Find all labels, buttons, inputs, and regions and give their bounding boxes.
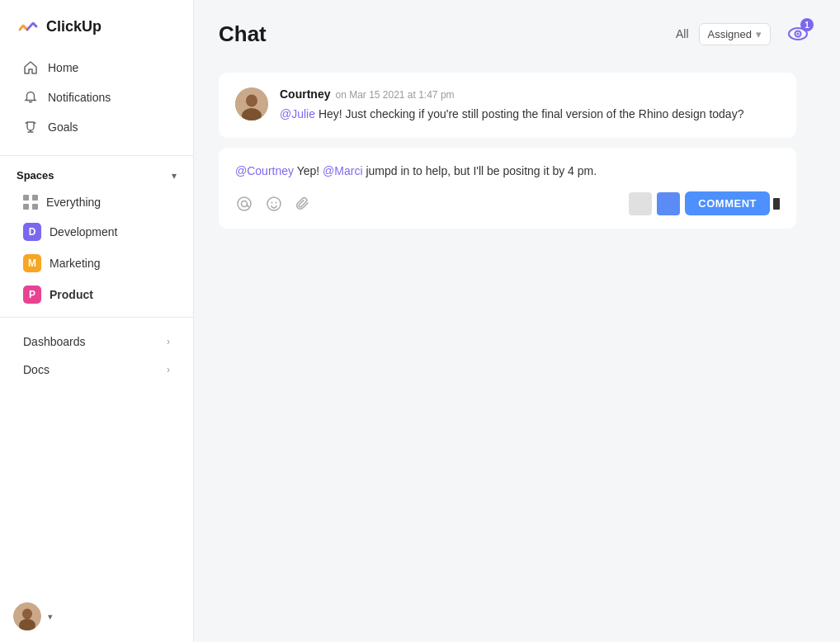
dashboards-left: Dashboards: [23, 335, 86, 348]
mention-julie: @Julie: [280, 107, 315, 120]
sidebar-item-development-label: Development: [50, 225, 118, 238]
action-square-blue[interactable]: [657, 192, 680, 215]
main-nav: Home Notifications Goals: [0, 50, 193, 149]
sidebar-item-everything-label: Everything: [46, 196, 101, 209]
reply-actions: COMMENT: [629, 191, 780, 215]
comment-button[interactable]: COMMENT: [685, 191, 770, 215]
clickup-logo-icon: [17, 15, 40, 38]
sidebar-item-dashboards-label: Dashboards: [23, 335, 86, 348]
main-content: Chat All Assigned ▾ 1: [194, 0, 840, 642]
sidebar-item-everything[interactable]: Everything: [7, 188, 186, 216]
reply-toolbar: COMMENT: [235, 191, 780, 215]
dashboards-chevron-icon: ›: [167, 336, 170, 347]
filter-assigned-chevron-icon: ▾: [756, 28, 762, 40]
sidebar-item-dashboards[interactable]: Dashboards ›: [7, 328, 186, 356]
svg-point-9: [238, 197, 251, 210]
user-avatar[interactable]: [13, 602, 41, 630]
reply-text-1: Yep!: [294, 164, 323, 177]
watch-badge-count: 1: [800, 18, 814, 31]
filter-assigned-label: Assigned: [708, 28, 752, 40]
sidebar-item-product-label: Product: [50, 288, 93, 301]
chat-area: Courtney on Mar 15 2021 at 1:47 pm @Juli…: [194, 64, 840, 642]
sidebar-item-marketing-label: Marketing: [50, 257, 100, 270]
mention-courtney: @Courtney: [235, 164, 294, 177]
product-badge: P: [23, 286, 41, 304]
home-icon: [23, 60, 38, 75]
filter-assigned-button[interactable]: Assigned ▾: [699, 23, 771, 45]
page-title: Chat: [219, 21, 659, 47]
sidebar-item-notifications[interactable]: Notifications: [7, 83, 186, 112]
cursor-indicator: [773, 198, 780, 210]
sidebar-item-product[interactable]: P Product: [7, 279, 186, 310]
spaces-chevron-icon: ▾: [172, 170, 177, 182]
action-square-1[interactable]: [629, 192, 652, 215]
filter-all-button[interactable]: All: [676, 27, 689, 40]
trophy-icon: [23, 120, 38, 135]
bell-icon: [23, 90, 38, 105]
sidebar-footer: ▾: [0, 591, 193, 642]
courtney-avatar: [235, 87, 268, 120]
user-menu-caret[interactable]: ▾: [48, 611, 53, 622]
sidebar-item-marketing[interactable]: M Marketing: [7, 248, 186, 279]
courtney-author: Courtney: [280, 87, 330, 101]
courtney-meta: Courtney on Mar 15 2021 at 1:47 pm: [280, 87, 780, 101]
sidebar-item-goals[interactable]: Goals: [7, 112, 186, 142]
svg-point-12: [271, 201, 273, 203]
courtney-message-content: Courtney on Mar 15 2021 at 1:47 pm @Juli…: [280, 87, 780, 123]
svg-point-7: [246, 95, 257, 107]
sidebar-item-notifications-label: Notifications: [48, 91, 111, 104]
sidebar-item-docs[interactable]: Docs ›: [7, 356, 186, 384]
docs-left: Docs: [23, 363, 50, 376]
spaces-section-header[interactable]: Spaces ▾: [0, 163, 193, 188]
reply-tools: [235, 195, 313, 213]
logo-text: ClickUp: [46, 18, 101, 35]
sidebar-item-docs-label: Docs: [23, 363, 50, 376]
mention-marci: @Marci: [323, 164, 362, 177]
reply-message-text: @Courtney Yep! @Marci jumpd in to help, …: [235, 163, 780, 180]
attachment-icon[interactable]: [295, 195, 313, 213]
sidebar-divider-1: [0, 155, 193, 156]
marketing-badge: M: [23, 254, 41, 272]
sidebar-item-home[interactable]: Home: [7, 53, 186, 83]
development-badge: D: [23, 223, 41, 241]
everything-dots-icon: [23, 195, 38, 210]
courtney-message-body: Hey! Just checking if you're still posti…: [315, 107, 743, 120]
watch-button[interactable]: 1: [781, 17, 815, 51]
docs-chevron-icon: ›: [167, 364, 170, 375]
sidebar-divider-2: [0, 317, 193, 318]
reply-text-2: jumpd in to help, but I'll be positng it…: [363, 164, 597, 177]
emoji-icon[interactable]: [265, 195, 283, 213]
svg-point-13: [276, 201, 277, 203]
sidebar-item-development[interactable]: D Development: [7, 216, 186, 248]
sidebar-sections: Dashboards › Docs ›: [0, 328, 193, 384]
courtney-timestamp: on Mar 15 2021 at 1:47 pm: [335, 89, 454, 101]
at-mention-icon[interactable]: [235, 195, 253, 213]
svg-point-10: [242, 201, 248, 206]
sidebar-item-home-label: Home: [48, 61, 78, 74]
sidebar-item-goals-label: Goals: [48, 120, 78, 134]
reply-box: @Courtney Yep! @Marci jumpd in to help, …: [219, 148, 796, 229]
courtney-message-text: @Julie Hey! Just checking if you're stil…: [280, 106, 780, 123]
sidebar: ClickUp Home Notifications Goals Spaces …: [0, 0, 194, 642]
header-controls: All Assigned ▾ 1: [676, 17, 815, 51]
main-header: Chat All Assigned ▾ 1: [194, 0, 840, 64]
spaces-title: Spaces: [17, 169, 54, 182]
svg-point-1: [22, 609, 32, 620]
svg-point-5: [797, 33, 800, 35]
chat-message-1: Courtney on Mar 15 2021 at 1:47 pm @Juli…: [219, 73, 796, 138]
logo[interactable]: ClickUp: [0, 0, 193, 50]
